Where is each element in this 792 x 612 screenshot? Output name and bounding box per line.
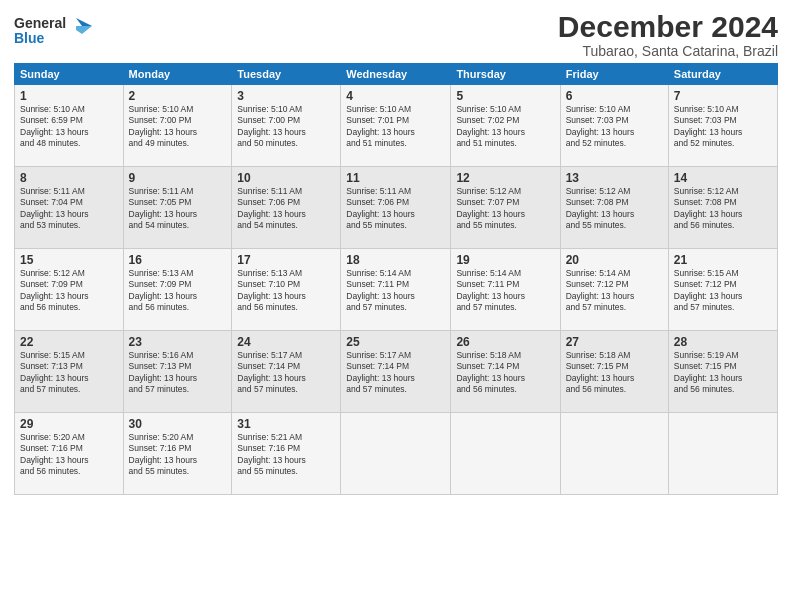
day-number: 31 bbox=[237, 417, 335, 431]
day-info: Sunrise: 5:12 AMSunset: 7:08 PMDaylight:… bbox=[674, 186, 772, 232]
day-number: 11 bbox=[346, 171, 445, 185]
weekday-header-tuesday: Tuesday bbox=[232, 64, 341, 85]
day-info: Sunrise: 5:15 AMSunset: 7:13 PMDaylight:… bbox=[20, 350, 118, 396]
weekday-header-friday: Friday bbox=[560, 64, 668, 85]
svg-marker-3 bbox=[76, 26, 92, 34]
day-info: Sunrise: 5:20 AMSunset: 7:16 PMDaylight:… bbox=[129, 432, 227, 478]
calendar-day-3: 3Sunrise: 5:10 AMSunset: 7:00 PMDaylight… bbox=[232, 85, 341, 167]
day-number: 16 bbox=[129, 253, 227, 267]
calendar-day-21: 21Sunrise: 5:15 AMSunset: 7:12 PMDayligh… bbox=[668, 249, 777, 331]
day-info: Sunrise: 5:11 AMSunset: 7:05 PMDaylight:… bbox=[129, 186, 227, 232]
weekday-header-saturday: Saturday bbox=[668, 64, 777, 85]
day-number: 9 bbox=[129, 171, 227, 185]
calendar-week-4: 22Sunrise: 5:15 AMSunset: 7:13 PMDayligh… bbox=[15, 331, 778, 413]
day-number: 14 bbox=[674, 171, 772, 185]
calendar-day-6: 6Sunrise: 5:10 AMSunset: 7:03 PMDaylight… bbox=[560, 85, 668, 167]
title-block: December 2024 Tubarao, Santa Catarina, B… bbox=[558, 10, 778, 59]
day-number: 15 bbox=[20, 253, 118, 267]
calendar-day-10: 10Sunrise: 5:11 AMSunset: 7:06 PMDayligh… bbox=[232, 167, 341, 249]
calendar-day-30: 30Sunrise: 5:20 AMSunset: 7:16 PMDayligh… bbox=[123, 413, 232, 495]
calendar-week-1: 1Sunrise: 5:10 AMSunset: 6:59 PMDaylight… bbox=[15, 85, 778, 167]
calendar-day-19: 19Sunrise: 5:14 AMSunset: 7:11 PMDayligh… bbox=[451, 249, 560, 331]
svg-text:General: General bbox=[14, 15, 66, 31]
day-number: 6 bbox=[566, 89, 663, 103]
day-number: 28 bbox=[674, 335, 772, 349]
day-number: 23 bbox=[129, 335, 227, 349]
calendar-day-22: 22Sunrise: 5:15 AMSunset: 7:13 PMDayligh… bbox=[15, 331, 124, 413]
calendar-day-9: 9Sunrise: 5:11 AMSunset: 7:05 PMDaylight… bbox=[123, 167, 232, 249]
day-number: 29 bbox=[20, 417, 118, 431]
day-number: 13 bbox=[566, 171, 663, 185]
day-number: 12 bbox=[456, 171, 554, 185]
calendar-week-5: 29Sunrise: 5:20 AMSunset: 7:16 PMDayligh… bbox=[15, 413, 778, 495]
calendar-day-15: 15Sunrise: 5:12 AMSunset: 7:09 PMDayligh… bbox=[15, 249, 124, 331]
day-number: 26 bbox=[456, 335, 554, 349]
calendar-empty bbox=[560, 413, 668, 495]
calendar-day-2: 2Sunrise: 5:10 AMSunset: 7:00 PMDaylight… bbox=[123, 85, 232, 167]
weekday-header-wednesday: Wednesday bbox=[341, 64, 451, 85]
day-info: Sunrise: 5:13 AMSunset: 7:10 PMDaylight:… bbox=[237, 268, 335, 314]
svg-text:Blue: Blue bbox=[14, 30, 45, 46]
weekday-header-row: SundayMondayTuesdayWednesdayThursdayFrid… bbox=[15, 64, 778, 85]
calendar-day-11: 11Sunrise: 5:11 AMSunset: 7:06 PMDayligh… bbox=[341, 167, 451, 249]
day-number: 10 bbox=[237, 171, 335, 185]
day-number: 22 bbox=[20, 335, 118, 349]
page-container: General Blue December 2024 Tubarao, Sant… bbox=[0, 0, 792, 503]
day-info: Sunrise: 5:14 AMSunset: 7:12 PMDaylight:… bbox=[566, 268, 663, 314]
day-info: Sunrise: 5:18 AMSunset: 7:14 PMDaylight:… bbox=[456, 350, 554, 396]
month-title: December 2024 bbox=[558, 10, 778, 43]
day-number: 2 bbox=[129, 89, 227, 103]
day-info: Sunrise: 5:20 AMSunset: 7:16 PMDaylight:… bbox=[20, 432, 118, 478]
calendar-day-14: 14Sunrise: 5:12 AMSunset: 7:08 PMDayligh… bbox=[668, 167, 777, 249]
day-info: Sunrise: 5:10 AMSunset: 7:00 PMDaylight:… bbox=[237, 104, 335, 150]
calendar-day-24: 24Sunrise: 5:17 AMSunset: 7:14 PMDayligh… bbox=[232, 331, 341, 413]
day-info: Sunrise: 5:19 AMSunset: 7:15 PMDaylight:… bbox=[674, 350, 772, 396]
day-info: Sunrise: 5:12 AMSunset: 7:09 PMDaylight:… bbox=[20, 268, 118, 314]
day-number: 7 bbox=[674, 89, 772, 103]
day-info: Sunrise: 5:13 AMSunset: 7:09 PMDaylight:… bbox=[129, 268, 227, 314]
logo: General Blue bbox=[14, 10, 104, 54]
day-info: Sunrise: 5:10 AMSunset: 7:03 PMDaylight:… bbox=[674, 104, 772, 150]
day-number: 30 bbox=[129, 417, 227, 431]
calendar-week-2: 8Sunrise: 5:11 AMSunset: 7:04 PMDaylight… bbox=[15, 167, 778, 249]
weekday-header-thursday: Thursday bbox=[451, 64, 560, 85]
calendar-empty bbox=[341, 413, 451, 495]
weekday-header-sunday: Sunday bbox=[15, 64, 124, 85]
day-info: Sunrise: 5:10 AMSunset: 7:01 PMDaylight:… bbox=[346, 104, 445, 150]
calendar-empty bbox=[451, 413, 560, 495]
day-number: 1 bbox=[20, 89, 118, 103]
day-info: Sunrise: 5:14 AMSunset: 7:11 PMDaylight:… bbox=[456, 268, 554, 314]
calendar-day-26: 26Sunrise: 5:18 AMSunset: 7:14 PMDayligh… bbox=[451, 331, 560, 413]
day-number: 20 bbox=[566, 253, 663, 267]
calendar-day-23: 23Sunrise: 5:16 AMSunset: 7:13 PMDayligh… bbox=[123, 331, 232, 413]
day-info: Sunrise: 5:10 AMSunset: 7:03 PMDaylight:… bbox=[566, 104, 663, 150]
day-info: Sunrise: 5:11 AMSunset: 7:04 PMDaylight:… bbox=[20, 186, 118, 232]
calendar-day-17: 17Sunrise: 5:13 AMSunset: 7:10 PMDayligh… bbox=[232, 249, 341, 331]
calendar-day-8: 8Sunrise: 5:11 AMSunset: 7:04 PMDaylight… bbox=[15, 167, 124, 249]
calendar-day-12: 12Sunrise: 5:12 AMSunset: 7:07 PMDayligh… bbox=[451, 167, 560, 249]
day-number: 4 bbox=[346, 89, 445, 103]
day-info: Sunrise: 5:15 AMSunset: 7:12 PMDaylight:… bbox=[674, 268, 772, 314]
calendar-day-31: 31Sunrise: 5:21 AMSunset: 7:16 PMDayligh… bbox=[232, 413, 341, 495]
logo-text: General Blue bbox=[14, 10, 104, 54]
calendar-day-16: 16Sunrise: 5:13 AMSunset: 7:09 PMDayligh… bbox=[123, 249, 232, 331]
day-info: Sunrise: 5:18 AMSunset: 7:15 PMDaylight:… bbox=[566, 350, 663, 396]
day-info: Sunrise: 5:11 AMSunset: 7:06 PMDaylight:… bbox=[237, 186, 335, 232]
day-number: 8 bbox=[20, 171, 118, 185]
calendar-day-29: 29Sunrise: 5:20 AMSunset: 7:16 PMDayligh… bbox=[15, 413, 124, 495]
day-info: Sunrise: 5:12 AMSunset: 7:07 PMDaylight:… bbox=[456, 186, 554, 232]
day-number: 5 bbox=[456, 89, 554, 103]
calendar-table: SundayMondayTuesdayWednesdayThursdayFrid… bbox=[14, 63, 778, 495]
calendar-day-4: 4Sunrise: 5:10 AMSunset: 7:01 PMDaylight… bbox=[341, 85, 451, 167]
header: General Blue December 2024 Tubarao, Sant… bbox=[14, 10, 778, 59]
day-info: Sunrise: 5:10 AMSunset: 6:59 PMDaylight:… bbox=[20, 104, 118, 150]
weekday-header-monday: Monday bbox=[123, 64, 232, 85]
day-info: Sunrise: 5:10 AMSunset: 7:00 PMDaylight:… bbox=[129, 104, 227, 150]
day-number: 19 bbox=[456, 253, 554, 267]
calendar-week-3: 15Sunrise: 5:12 AMSunset: 7:09 PMDayligh… bbox=[15, 249, 778, 331]
location-title: Tubarao, Santa Catarina, Brazil bbox=[558, 43, 778, 59]
day-number: 18 bbox=[346, 253, 445, 267]
calendar-day-1: 1Sunrise: 5:10 AMSunset: 6:59 PMDaylight… bbox=[15, 85, 124, 167]
day-number: 21 bbox=[674, 253, 772, 267]
calendar-day-27: 27Sunrise: 5:18 AMSunset: 7:15 PMDayligh… bbox=[560, 331, 668, 413]
